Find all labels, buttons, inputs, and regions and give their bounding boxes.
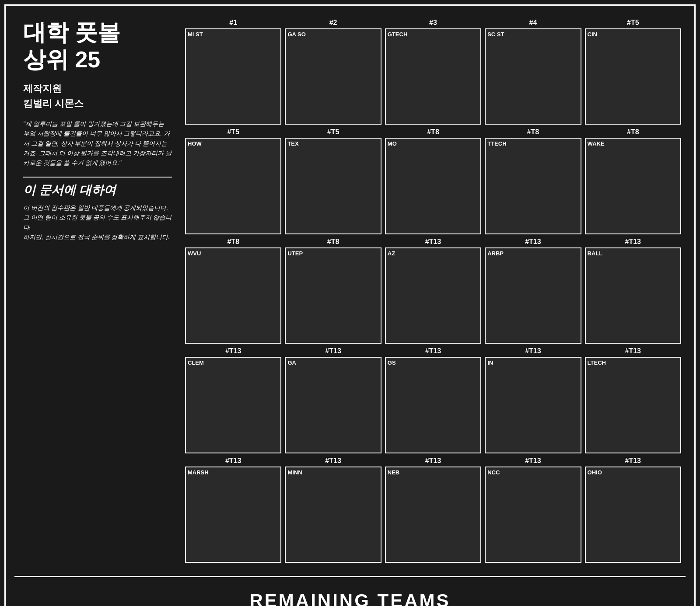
remaining-title: REMAINING TEAMS bbox=[10, 582, 690, 606]
rank-number: #T13 bbox=[425, 347, 441, 355]
team-abbr: OHIO bbox=[588, 469, 602, 476]
team-abbr: ARBP bbox=[487, 250, 504, 257]
team-abbr: MO bbox=[388, 140, 397, 147]
team-box: GA bbox=[285, 357, 381, 453]
rank-cell: #T5CIN bbox=[585, 19, 681, 125]
team-abbr: GA bbox=[287, 359, 296, 366]
rankings-grid: #1MI ST#2GA SO#3GTECH#4SC ST#T5CIN#T5HOW… bbox=[181, 14, 686, 567]
rank-cell: #T13MINN bbox=[285, 457, 381, 563]
team-box: MINN bbox=[285, 467, 381, 563]
rank-cell: #T13LTECH bbox=[585, 347, 681, 453]
team-abbr: BALL bbox=[588, 250, 603, 257]
top-section: 대학 풋볼 상위 25 제작지원 킴벌리 시몬스 "제 알루미늄 포일 롤이 망… bbox=[10, 10, 690, 571]
rank-cell: #T8MO bbox=[385, 128, 481, 234]
team-box: GTECH bbox=[385, 28, 481, 125]
rank-number: #T8 bbox=[527, 128, 539, 136]
rank-number: #T5 bbox=[627, 19, 639, 27]
team-box: MI ST bbox=[185, 28, 281, 125]
team-box: ARBP bbox=[485, 247, 581, 344]
left-panel: 대학 풋볼 상위 25 제작지원 킴벌리 시몬스 "제 알루미늄 포일 롤이 망… bbox=[14, 14, 181, 567]
rank-cell: #3GTECH bbox=[385, 19, 481, 125]
team-box: GS bbox=[385, 357, 481, 453]
rank-number: #T13 bbox=[525, 457, 541, 465]
rank-number: #T13 bbox=[325, 347, 341, 355]
team-abbr: LTECH bbox=[588, 359, 606, 366]
team-box: IN bbox=[485, 357, 581, 453]
rank-number: #3 bbox=[429, 19, 437, 27]
rank-number: #T5 bbox=[327, 128, 340, 136]
team-box: LTECH bbox=[585, 357, 681, 453]
quote-text: "제 알루미늄 포일 롤이 망가졌는데 그걸 보관해두는 부엌 서랍장에 물건들… bbox=[23, 119, 172, 168]
team-abbr: AZ bbox=[388, 250, 395, 257]
rank-cell: #2GA SO bbox=[285, 19, 381, 125]
team-abbr: TEX bbox=[287, 140, 298, 147]
rank-number: #T8 bbox=[627, 128, 639, 136]
rank-number: #2 bbox=[329, 19, 337, 27]
team-abbr: NCC bbox=[487, 469, 500, 476]
rank-number: #T13 bbox=[425, 238, 441, 246]
team-abbr: GTECH bbox=[388, 31, 408, 38]
team-abbr: GS bbox=[388, 359, 396, 366]
team-box: MO bbox=[385, 138, 481, 234]
team-abbr: GA SO bbox=[287, 31, 305, 38]
team-abbr: CIN bbox=[588, 31, 597, 38]
about-title: 이 문서에 대하여 bbox=[23, 182, 172, 199]
rank-cell: #T8TTECH bbox=[485, 128, 581, 234]
rank-number: #T5 bbox=[227, 128, 239, 136]
rank-cell: #T13NEB bbox=[385, 457, 481, 563]
team-box: TTECH bbox=[485, 138, 581, 234]
rank-cell: #T5HOW bbox=[185, 128, 281, 234]
rank-number: #T13 bbox=[525, 238, 541, 246]
rank-number: #1 bbox=[229, 19, 237, 27]
rank-number: #T13 bbox=[225, 457, 241, 465]
rank-cell: #T5TEX bbox=[285, 128, 381, 234]
team-box: HOW bbox=[185, 138, 281, 234]
team-abbr: UTEP bbox=[287, 250, 303, 257]
team-box: WVU bbox=[185, 247, 281, 344]
team-box: WAKE bbox=[585, 138, 681, 234]
rank-number: #T8 bbox=[427, 128, 439, 136]
rank-cell: #T8UTEP bbox=[285, 238, 381, 344]
rank-cell: #T13GA bbox=[285, 347, 381, 453]
rank-number: #T13 bbox=[625, 457, 641, 465]
team-abbr: WAKE bbox=[588, 140, 605, 147]
rank-cell: #T13NCC bbox=[485, 457, 581, 563]
team-box: TEX bbox=[285, 138, 381, 234]
rank-cell: #T13BALL bbox=[585, 238, 681, 344]
section-divider bbox=[14, 576, 686, 577]
team-box: MARSH bbox=[185, 467, 281, 563]
rank-number: #T13 bbox=[625, 238, 641, 246]
team-box: NCC bbox=[485, 467, 581, 563]
team-box: SC ST bbox=[485, 28, 581, 125]
rank-cell: #T13AZ bbox=[385, 238, 481, 344]
about-text: 이 버전의 점수판은 일반 대중들에게 공개되었습니다. 그 어떤 팀이 소유한… bbox=[23, 203, 172, 242]
rank-number: #T13 bbox=[525, 347, 541, 355]
rank-cell: #T8WVU bbox=[185, 238, 281, 344]
rank-number: #T8 bbox=[327, 238, 340, 246]
divider bbox=[23, 177, 172, 178]
team-abbr: MARSH bbox=[188, 469, 209, 476]
sponsor-name: 킴벌리 시몬스 bbox=[23, 97, 172, 110]
team-abbr: HOW bbox=[188, 140, 202, 147]
rank-number: #T13 bbox=[325, 457, 341, 465]
rank-cell: #4SC ST bbox=[485, 19, 581, 125]
rank-cell: #T13GS bbox=[385, 347, 481, 453]
rank-number: #T13 bbox=[225, 347, 241, 355]
team-box: BALL bbox=[585, 247, 681, 344]
rank-number: #T8 bbox=[227, 238, 239, 246]
main-container: 대학 풋볼 상위 25 제작지원 킴벌리 시몬스 "제 알루미늄 포일 롤이 망… bbox=[4, 4, 696, 606]
main-title: 대학 풋볼 상위 25 bbox=[23, 19, 172, 73]
sponsor-label: 제작지원 bbox=[23, 82, 172, 95]
team-abbr: SC ST bbox=[487, 31, 504, 38]
rank-number: #T13 bbox=[625, 347, 641, 355]
team-abbr: WVU bbox=[188, 250, 201, 257]
rank-cell: #T13IN bbox=[485, 347, 581, 453]
team-box: GA SO bbox=[285, 28, 381, 125]
team-abbr: NEB bbox=[388, 469, 399, 476]
team-box: CLEM bbox=[185, 357, 281, 453]
rank-cell: #T13ARBP bbox=[485, 238, 581, 344]
rank-number: #T13 bbox=[425, 457, 441, 465]
team-abbr: MI ST bbox=[188, 31, 203, 38]
team-abbr: CLEM bbox=[188, 359, 204, 366]
rank-cell: #T13OHIO bbox=[585, 457, 681, 563]
